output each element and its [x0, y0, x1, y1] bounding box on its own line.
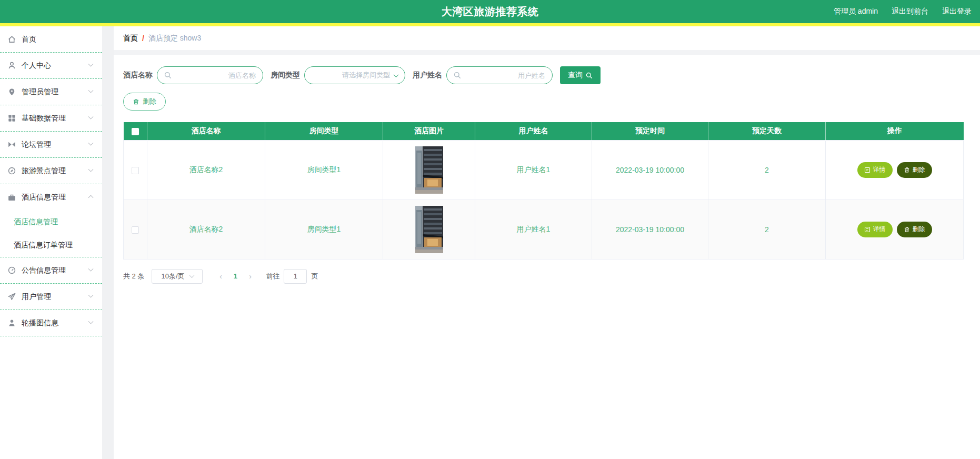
- user-icon: [7, 61, 16, 70]
- search-icon: [586, 72, 593, 79]
- sidebar-item-users[interactable]: 用户管理: [0, 284, 102, 310]
- hotel-name-input-wrap: [157, 66, 263, 84]
- chevron-down-icon: [394, 72, 399, 77]
- table-header-row: 酒店名称 房间类型 酒店图片 用户姓名 预定时间 预定天数 操作: [124, 122, 964, 140]
- room-type-label: 房间类型: [271, 71, 300, 80]
- sidebar: 首页 个人中心 管理员管理 基础数据管理 论坛管理: [0, 26, 102, 459]
- chevron-down-icon: [88, 141, 94, 146]
- col-time: 预定时间: [592, 122, 708, 140]
- batch-delete-button[interactable]: 删除: [123, 93, 166, 111]
- grid-icon: [7, 114, 16, 123]
- briefcase-icon: [7, 193, 16, 202]
- room-type-select[interactable]: 请选择房间类型: [304, 66, 405, 84]
- sidebar-subitem-hotel-orders[interactable]: 酒店信息订单管理: [0, 234, 102, 257]
- compass-icon: [7, 166, 16, 175]
- chevron-down-icon: [88, 266, 94, 272]
- cell-time: 2022-03-19 10:00:00: [592, 140, 708, 199]
- goto-label: 前往: [266, 272, 279, 281]
- sidebar-item-base-data[interactable]: 基础数据管理: [0, 105, 102, 132]
- total-count: 共 2 条: [123, 272, 144, 281]
- room-type-placeholder: 请选择房间类型: [312, 71, 390, 80]
- breadcrumb-home[interactable]: 首页: [123, 34, 138, 43]
- table-row: 酒店名称2 房间类型1: [124, 199, 964, 259]
- sidebar-item-forum-mgmt[interactable]: 论坛管理: [0, 132, 102, 158]
- query-button[interactable]: 查询: [560, 66, 601, 84]
- chevron-down-icon: [88, 293, 94, 298]
- table-row: 酒店名称2 房间类型1: [124, 140, 964, 199]
- trash-icon: [904, 167, 910, 173]
- row-checkbox[interactable]: [132, 167, 139, 174]
- document-icon: [864, 226, 871, 233]
- user-name-input-wrap: [446, 66, 553, 84]
- cell-user-name: 用户姓名1: [475, 199, 592, 259]
- page-number[interactable]: 1: [228, 272, 243, 280]
- document-icon: [864, 167, 871, 173]
- chevron-down-icon: [88, 319, 94, 324]
- sidebar-item-attractions[interactable]: 旅游景点管理: [0, 158, 102, 184]
- filter-bar: 酒店名称 房间类型 请选择房间类型 用户姓名 查询: [123, 66, 972, 84]
- sidebar-item-home[interactable]: 首页: [0, 26, 102, 53]
- trash-icon: [904, 226, 910, 233]
- pagination: 共 2 条 10条/页 ‹ 1 › 前往 页: [123, 269, 972, 284]
- sidebar-item-profile[interactable]: 个人中心: [0, 53, 102, 79]
- trash-icon: [133, 98, 139, 105]
- sidebar-item-hotel-mgmt[interactable]: 酒店信息管理: [0, 184, 102, 211]
- col-actions: 操作: [826, 122, 964, 140]
- main-area: 首页 / 酒店预定 show3 酒店名称 房间类型 请选择房间类型 用户姓名: [102, 26, 980, 459]
- page-unit-label: 页: [311, 272, 318, 281]
- breadcrumb-current: 酒店预定 show3: [148, 34, 201, 43]
- hotel-photo: [415, 146, 443, 194]
- hotel-name-label: 酒店名称: [123, 71, 153, 80]
- cell-days: 2: [708, 140, 826, 199]
- goto-page-input[interactable]: [284, 269, 307, 284]
- header-links: 管理员 admin 退出到前台 退出登录: [834, 7, 972, 16]
- sidebar-item-notices[interactable]: 公告信息管理: [0, 257, 102, 284]
- content-panel: 酒店名称 房间类型 请选择房间类型 用户姓名 查询: [102, 55, 980, 284]
- cell-hotel-name: 酒店名称2: [147, 140, 265, 199]
- cell-user-name: 用户姓名1: [475, 140, 592, 199]
- home-icon: [7, 35, 16, 44]
- detail-button[interactable]: 详情: [857, 222, 893, 237]
- cell-room-type: 房间类型1: [265, 140, 383, 199]
- next-page-button[interactable]: ›: [243, 272, 257, 281]
- exit-to-front-link[interactable]: 退出到前台: [892, 7, 928, 16]
- prev-page-button[interactable]: ‹: [213, 272, 228, 281]
- forum-icon: [7, 140, 16, 149]
- app-title: 大湾区旅游推荐系统: [0, 5, 980, 19]
- row-delete-button[interactable]: 删除: [897, 222, 932, 237]
- search-icon: [164, 72, 172, 79]
- location-pin-icon: [7, 87, 16, 96]
- sidebar-item-admin-mgmt[interactable]: 管理员管理: [0, 79, 102, 105]
- sidebar-subitem-hotel-info[interactable]: 酒店信息管理: [0, 211, 102, 234]
- detail-button[interactable]: 详情: [857, 162, 893, 178]
- paper-plane-icon: [7, 292, 16, 301]
- gauge-icon: [7, 266, 16, 275]
- sidebar-item-carousel[interactable]: 轮播图信息: [0, 310, 102, 336]
- col-user-name: 用户姓名: [475, 122, 592, 140]
- cell-time: 2022-03-19 10:00:00: [592, 199, 708, 259]
- chevron-down-icon: [88, 62, 94, 67]
- logout-link[interactable]: 退出登录: [942, 7, 972, 16]
- col-days: 预定天数: [708, 122, 826, 140]
- user-name-label: 用户姓名: [413, 71, 442, 80]
- breadcrumb-separator: /: [142, 34, 144, 43]
- col-room-type: 房间类型: [265, 122, 383, 140]
- cell-days: 2: [708, 199, 826, 259]
- row-delete-button[interactable]: 删除: [897, 162, 932, 178]
- hotel-photo: [415, 206, 443, 253]
- cell-room-type: 房间类型1: [265, 199, 383, 259]
- select-all-checkbox[interactable]: [132, 128, 139, 135]
- user-name-input[interactable]: [464, 72, 545, 79]
- chevron-down-icon: [189, 273, 194, 278]
- page-size-select[interactable]: 10条/页: [152, 269, 203, 284]
- admin-user-label[interactable]: 管理员 admin: [834, 7, 878, 16]
- col-hotel-image: 酒店图片: [383, 122, 475, 140]
- col-hotel-name: 酒店名称: [147, 122, 265, 140]
- cell-hotel-name: 酒店名称2: [147, 199, 265, 259]
- chevron-down-icon: [88, 88, 94, 93]
- hotel-name-input[interactable]: [175, 72, 256, 79]
- row-checkbox[interactable]: [132, 226, 139, 234]
- breadcrumb-divider: [114, 50, 980, 55]
- app-header: 大湾区旅游推荐系统 管理员 admin 退出到前台 退出登录: [0, 0, 980, 23]
- chevron-down-icon: [88, 114, 94, 119]
